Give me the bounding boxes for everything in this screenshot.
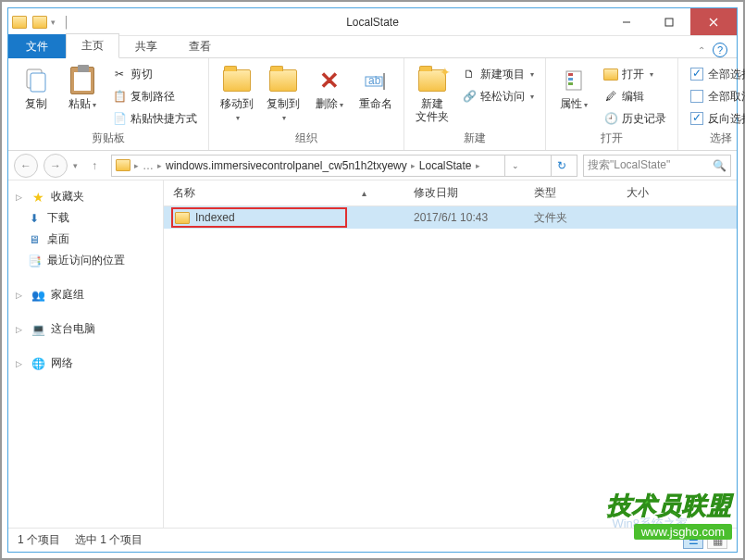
svg-rect-12	[568, 82, 573, 85]
cut-button[interactable]: ✂剪切	[108, 64, 201, 84]
highlight-box: Indexed	[171, 207, 347, 228]
forward-button[interactable]: →	[43, 154, 68, 178]
new-item-button[interactable]: 🗋新建项目▾	[458, 64, 538, 84]
copy-button[interactable]: 复制	[16, 64, 56, 112]
sort-asc-icon: ▴	[362, 188, 394, 198]
column-headers: 名称▴ 修改日期 类型 大小	[164, 180, 737, 206]
maximize-button[interactable]	[648, 8, 690, 35]
breadcrumb[interactable]: ▸ … ▸ windows.immersivecontrolpanel_cw5n…	[111, 155, 577, 177]
folder-icon	[175, 212, 190, 224]
nav-downloads[interactable]: ⬇下载	[12, 207, 159, 229]
qat-dropdown-icon[interactable]: ▾	[51, 18, 56, 27]
navigation-pane: ▷★收藏夹 ⬇下载 🖥桌面 📑最近访问的位置 ▷👥家庭组 ▷💻这台电脑 ▷🌐网络	[8, 180, 164, 528]
file-list[interactable]: Indexed 2017/6/1 10:43 文件夹	[164, 206, 737, 528]
title-bar: ▾ │ LocalState	[8, 8, 737, 36]
group-open: 属性▾ 打开▾ 🖉编辑 🕘历史记录 打开	[546, 58, 678, 150]
svg-rect-11	[568, 78, 573, 81]
nav-homegroup[interactable]: ▷👥家庭组	[12, 284, 159, 305]
new-folder-button[interactable]: ✦ 新建 文件夹	[412, 64, 453, 126]
search-icon: 🔍	[713, 159, 726, 172]
history-button[interactable]: 🕘历史记录	[600, 108, 670, 129]
select-all-button[interactable]: 全部选择	[686, 64, 745, 84]
search-input[interactable]: 搜索"LocalState" 🔍	[583, 155, 731, 177]
status-bar: 1 个项目 选中 1 个项目 ☰ ▦	[8, 528, 737, 552]
app-icon	[12, 16, 27, 29]
edit-button[interactable]: 🖉编辑	[600, 86, 670, 106]
delete-button[interactable]: ✕ 删除▾	[309, 64, 350, 112]
search-placeholder: 搜索"LocalState"	[588, 157, 670, 173]
breadcrumb-item[interactable]: LocalState	[419, 159, 472, 172]
back-button[interactable]: ←	[14, 154, 38, 178]
chevron-right-icon[interactable]: ▸	[476, 161, 480, 170]
properties-button[interactable]: 属性▾	[553, 64, 594, 112]
file-type: 文件夹	[525, 210, 617, 226]
divider: │	[63, 16, 70, 29]
chevron-right-icon[interactable]: ▸	[411, 161, 416, 170]
large-icons-view-button[interactable]: ▦	[707, 532, 727, 549]
svg-rect-5	[31, 73, 45, 92]
group-clipboard: 复制 粘贴▾ ✂剪切 📋复制路径 📄粘贴快捷方式 剪贴板	[8, 58, 209, 150]
nav-favorites[interactable]: ▷★收藏夹	[12, 186, 159, 207]
paste-shortcut-button[interactable]: 📄粘贴快捷方式	[108, 108, 201, 129]
copy-to-button[interactable]: 复制到▾	[263, 64, 304, 126]
recent-locations-icon[interactable]: ▾	[73, 161, 78, 170]
copy-path-button[interactable]: 📋复制路径	[108, 86, 201, 106]
file-date: 2017/6/1 10:43	[404, 211, 525, 224]
ribbon-tabs: 文件 主页 共享 查看 ⌃ ?	[8, 36, 737, 58]
nav-this-pc[interactable]: ▷💻这台电脑	[12, 318, 159, 340]
svg-text:ab: ab	[368, 74, 381, 87]
selected-count: 选中 1 个项目	[75, 532, 143, 548]
qat-item[interactable]	[32, 16, 47, 29]
details-view-button[interactable]: ☰	[683, 532, 703, 549]
collapse-ribbon-icon[interactable]: ⌃	[698, 45, 705, 56]
chevron-right-icon[interactable]: ▸	[157, 161, 162, 170]
file-row[interactable]: Indexed 2017/6/1 10:43 文件夹	[164, 206, 737, 229]
rename-button[interactable]: ab 重命名	[355, 64, 396, 112]
file-list-pane: 名称▴ 修改日期 类型 大小 Indexed 2017/6/1 10:43 文件…	[164, 180, 737, 528]
ribbon: 复制 粘贴▾ ✂剪切 📋复制路径 📄粘贴快捷方式 剪贴板 移动到▾	[8, 58, 737, 151]
group-organize: 移动到▾ 复制到▾ ✕ 删除▾ ab 重命名 组织	[209, 58, 404, 150]
col-type[interactable]: 类型	[525, 180, 617, 205]
nav-network[interactable]: ▷🌐网络	[12, 353, 159, 374]
chevron-right-icon[interactable]: ▸	[134, 161, 139, 170]
file-name: Indexed	[195, 211, 235, 224]
quick-access-toolbar: ▾ │	[8, 16, 70, 29]
select-none-button[interactable]: 全部取消	[686, 86, 745, 106]
up-button[interactable]: ↑	[83, 155, 106, 177]
refresh-icon[interactable]: ↻	[551, 156, 573, 176]
help-icon[interactable]: ?	[713, 43, 727, 57]
col-size[interactable]: 大小	[617, 180, 737, 205]
close-button[interactable]	[690, 8, 737, 35]
address-bar: ← → ▾ ↑ ▸ … ▸ windows.immersivecontrolpa…	[8, 151, 737, 180]
invert-selection-button[interactable]: 反向选择	[686, 108, 745, 129]
folder-icon	[116, 159, 130, 171]
group-select: 全部选择 全部取消 反向选择 选择	[678, 58, 745, 150]
breadcrumb-item[interactable]: windows.immersivecontrolpanel_cw5n1h2txy…	[166, 159, 407, 172]
col-name[interactable]: 名称▴	[164, 180, 404, 205]
tab-file[interactable]: 文件	[8, 34, 66, 58]
tab-home[interactable]: 主页	[66, 33, 119, 58]
easy-access-button[interactable]: 🔗轻松访问▾	[458, 86, 538, 106]
move-to-button[interactable]: 移动到▾	[217, 64, 257, 126]
group-new: ✦ 新建 文件夹 🗋新建项目▾ 🔗轻松访问▾ 新建	[404, 58, 546, 150]
svg-rect-10	[568, 73, 573, 76]
col-date[interactable]: 修改日期	[404, 180, 525, 205]
paste-button[interactable]: 粘贴▾	[62, 64, 103, 112]
tab-view[interactable]: 查看	[173, 34, 227, 58]
open-button[interactable]: 打开▾	[600, 64, 670, 84]
minimize-button[interactable]	[605, 8, 648, 35]
svg-rect-1	[665, 19, 673, 26]
item-count: 1 个项目	[18, 532, 60, 548]
tab-share[interactable]: 共享	[119, 34, 173, 58]
explorer-window: ▾ │ LocalState 文件 主页 共享 查看 ⌃ ? 复制	[7, 7, 738, 553]
address-dropdown-icon[interactable]: ⌄	[504, 156, 527, 176]
nav-recent[interactable]: 📑最近访问的位置	[12, 250, 159, 271]
nav-desktop[interactable]: 🖥桌面	[12, 229, 159, 250]
